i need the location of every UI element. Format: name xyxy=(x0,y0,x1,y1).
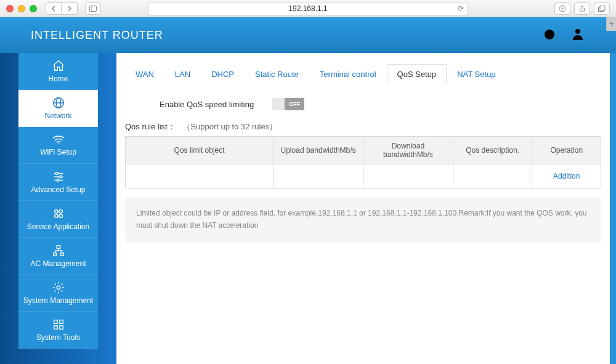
sidebar-item-label: Network xyxy=(44,112,71,120)
home-icon xyxy=(52,59,65,73)
sidebar-item-home[interactable]: Home xyxy=(18,53,98,90)
gear-icon xyxy=(52,281,65,294)
col-object: Qos limit object xyxy=(126,137,274,164)
sidebar: Home Network WiFi Setup Advanced Setup S… xyxy=(18,53,98,364)
svg-point-7 xyxy=(575,29,580,34)
svg-point-18 xyxy=(54,209,58,213)
new-tab-button[interactable]: + xyxy=(606,17,616,31)
svg-point-15 xyxy=(59,176,62,178)
qos-rule-table: Qos limit object Upload bandwidthMb/s Do… xyxy=(125,136,601,188)
user-button[interactable] xyxy=(570,26,585,44)
table-row: Addition xyxy=(126,164,601,188)
tab-nat-setup[interactable]: NAT Setup xyxy=(447,64,506,84)
tab-lan[interactable]: LAN xyxy=(164,64,201,84)
enable-qos-label: Enable QoS speed limiting xyxy=(160,100,254,109)
svg-point-21 xyxy=(59,214,62,218)
share-icon xyxy=(579,5,585,12)
sidebar-item-system-mgmt[interactable]: System Management xyxy=(18,275,98,312)
svg-rect-29 xyxy=(59,326,63,330)
tabs-icon xyxy=(598,6,606,12)
user-icon xyxy=(570,26,585,41)
enable-qos-toggle[interactable]: │ OFF xyxy=(272,98,304,110)
svg-rect-27 xyxy=(59,320,63,324)
url-text: 192.168.1.1 xyxy=(288,4,327,13)
power-button[interactable] xyxy=(542,26,557,44)
cell-object xyxy=(126,164,274,188)
remark-text: Limited object could be IP or address fi… xyxy=(136,209,587,230)
toggle-handle-icon: │ xyxy=(272,98,285,110)
chevron-left-icon xyxy=(51,6,56,12)
tab-terminal-control[interactable]: Terminal control xyxy=(309,64,387,84)
header-actions xyxy=(542,26,585,44)
col-download: Download bandwidthMb/s xyxy=(363,137,453,164)
sidebar-item-system-tools[interactable]: System Tools xyxy=(18,312,98,349)
cell-download xyxy=(363,164,453,188)
remark-box: Limited object could be IP or address fi… xyxy=(125,197,601,242)
tab-dhcp[interactable]: DHCP xyxy=(201,64,245,84)
sidebar-item-label: Service Application xyxy=(27,223,89,231)
svg-point-20 xyxy=(54,214,58,218)
sidebar-toggle-button[interactable] xyxy=(85,2,101,15)
wifi-icon xyxy=(52,134,65,146)
forward-button[interactable] xyxy=(62,2,78,15)
main-area: Home Network WiFi Setup Advanced Setup S… xyxy=(0,53,616,364)
window-controls xyxy=(6,5,37,12)
apps-icon xyxy=(52,207,65,220)
cell-upload xyxy=(274,164,363,188)
power-icon xyxy=(542,26,557,41)
rule-list-header: Qos rule list： （Support up to 32 rules） xyxy=(116,121,610,136)
sidebar-item-service[interactable]: Service Application xyxy=(18,201,98,238)
content-panel: WAN LAN DHCP Static Route Terminal contr… xyxy=(116,53,610,364)
svg-point-25 xyxy=(57,286,60,289)
app-title: INTELLIGENT ROUTER xyxy=(31,29,163,42)
rule-list-title: Qos rule list： xyxy=(125,122,176,131)
tab-qos-setup[interactable]: QoS Setup xyxy=(387,64,447,84)
cell-desc xyxy=(453,164,532,188)
chevron-right-icon xyxy=(67,6,72,12)
enable-qos-row: Enable QoS speed limiting │ OFF xyxy=(116,84,610,121)
grid-icon xyxy=(52,318,65,331)
url-bar[interactable]: 192.168.1.1 ⟳ xyxy=(148,2,468,15)
cell-operation: Addition xyxy=(532,164,601,188)
back-button[interactable] xyxy=(46,2,62,15)
sidebar-item-ac[interactable]: AC Management xyxy=(18,238,98,275)
svg-rect-22 xyxy=(57,246,60,249)
svg-rect-23 xyxy=(53,253,56,256)
sliders-icon xyxy=(52,170,65,184)
col-operation: Operation xyxy=(532,137,601,164)
maximize-window-button[interactable] xyxy=(30,5,37,12)
rule-list-subtitle: （Support up to 32 rules） xyxy=(182,122,277,131)
sidebar-item-label: AC Management xyxy=(30,260,86,268)
downloads-button[interactable] xyxy=(554,2,570,15)
svg-rect-28 xyxy=(54,326,57,330)
tab-static-route[interactable]: Static Route xyxy=(245,64,309,84)
hierarchy-icon xyxy=(52,244,65,257)
close-window-button[interactable] xyxy=(6,5,14,12)
share-button[interactable] xyxy=(574,2,590,15)
addition-link[interactable]: Addition xyxy=(553,172,580,180)
panel-icon xyxy=(89,6,97,12)
minimize-window-button[interactable] xyxy=(18,5,25,12)
svg-rect-4 xyxy=(600,6,605,10)
svg-point-19 xyxy=(59,209,62,213)
sidebar-item-label: Advanced Setup xyxy=(31,186,85,194)
tabs-button[interactable] xyxy=(594,2,610,15)
svg-point-11 xyxy=(58,143,59,144)
col-upload: Upload bandwidthMb/s xyxy=(274,137,363,164)
globe-icon xyxy=(52,96,65,110)
download-icon xyxy=(559,5,566,12)
sidebar-item-label: WiFi Setup xyxy=(40,148,76,156)
sidebar-item-label: System Management xyxy=(23,297,93,305)
toggle-state-label: OFF xyxy=(285,98,304,110)
tab-wan[interactable]: WAN xyxy=(125,64,164,84)
col-desc: Qos description. xyxy=(453,137,532,164)
sidebar-item-network[interactable]: Network xyxy=(18,90,98,127)
sidebar-item-label: Home xyxy=(48,75,68,83)
app-header: INTELLIGENT ROUTER xyxy=(0,17,616,53)
reload-icon[interactable]: ⟳ xyxy=(458,4,464,13)
sidebar-item-wifi[interactable]: WiFi Setup xyxy=(18,127,98,164)
svg-rect-0 xyxy=(90,6,97,11)
svg-point-13 xyxy=(55,172,58,175)
sidebar-item-advanced[interactable]: Advanced Setup xyxy=(18,164,98,201)
table-header-row: Qos limit object Upload bandwidthMb/s Do… xyxy=(126,137,601,164)
